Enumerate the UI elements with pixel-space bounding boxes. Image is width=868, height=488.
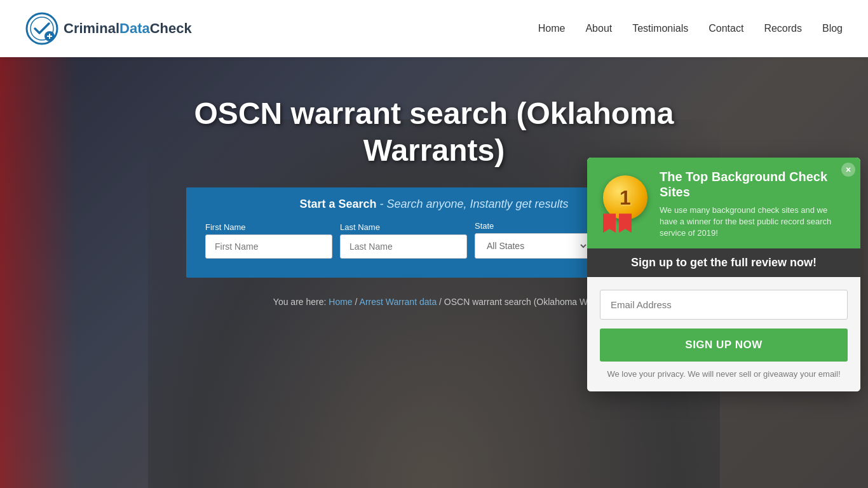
last-name-label: Last Name (340, 222, 467, 232)
first-name-label: First Name (205, 222, 332, 232)
logo-icon (25, 12, 58, 45)
breadcrumb-home[interactable]: Home (329, 297, 352, 307)
search-label: Start a Search (299, 198, 376, 210)
last-name-input[interactable] (340, 234, 467, 259)
nav-contact[interactable]: Contact (709, 23, 743, 34)
popup-header-content: 1 The Top Background Check Sites We use … (600, 169, 848, 240)
popup-body-text: We use many background check sites and w… (660, 205, 848, 240)
signup-button[interactable]: SIGN UP NOW (600, 329, 848, 362)
popup-title-area: The Top Background Check Sites We use ma… (660, 169, 848, 240)
email-input[interactable] (600, 290, 848, 320)
popup-header: 1 The Top Background Check Sites We use … (587, 158, 860, 248)
search-subtitle: - Search anyone, Instantly get results (379, 198, 568, 210)
popup: 1 The Top Background Check Sites We use … (587, 158, 860, 391)
medal-ribbon-left (603, 214, 616, 233)
breadcrumb-arrest[interactable]: Arrest Warrant data (360, 297, 437, 307)
nav-testimonials[interactable]: Testimonials (632, 23, 688, 34)
main-nav: Home About Testimonials Contact Records … (538, 23, 843, 34)
breadcrumb-sep2: / (439, 297, 444, 307)
last-name-field-group: Last Name (340, 222, 467, 259)
first-name-field-group: First Name (205, 222, 332, 259)
nav-records[interactable]: Records (764, 23, 802, 34)
state-field-group: State All States (475, 221, 589, 259)
breadcrumb-prefix: You are here: (273, 297, 329, 307)
breadcrumb-sep1: / (355, 297, 360, 307)
popup-close-button[interactable]: × (841, 163, 855, 177)
state-select[interactable]: All States (475, 233, 589, 259)
nav-blog[interactable]: Blog (822, 23, 843, 34)
popup-title: The Top Background Check Sites (660, 169, 848, 200)
logo[interactable]: CriminalDataCheck (25, 12, 192, 45)
breadcrumb-current: OSCN warrant search (Oklahoma W... (444, 297, 595, 307)
state-label: State (475, 221, 589, 231)
medal-circle: 1 (603, 175, 648, 220)
privacy-text: We love your privacy. We will never sell… (600, 369, 848, 379)
medal-number: 1 (620, 186, 631, 210)
logo-text: CriminalDataCheck (64, 20, 192, 37)
medal-ribbon-right (619, 214, 632, 233)
popup-body: SIGN UP NOW We love your privacy. We wil… (587, 277, 860, 391)
nav-about[interactable]: About (585, 23, 612, 34)
nav-home[interactable]: Home (538, 23, 566, 34)
first-name-input[interactable] (205, 234, 332, 259)
site-header: CriminalDataCheck Home About Testimonial… (0, 0, 868, 57)
breadcrumb: You are here: Home / Arrest Warrant data… (273, 297, 595, 307)
medal-icon: 1 (600, 175, 651, 233)
popup-signup-header: Sign up to get the full review now! (587, 248, 860, 277)
